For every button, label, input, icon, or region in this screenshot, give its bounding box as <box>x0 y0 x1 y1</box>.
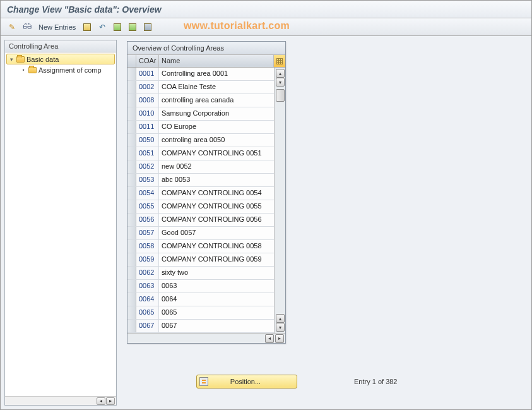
table-row[interactable]: 00650065 <box>127 306 274 320</box>
scroll-right-icon[interactable]: ▸ <box>275 334 284 343</box>
cell-name[interactable]: new 0052 <box>159 160 274 173</box>
row-selector[interactable] <box>127 68 136 80</box>
table-row[interactable]: 0011CO Europe <box>127 121 274 134</box>
cell-coar[interactable]: 0065 <box>136 306 159 319</box>
row-selector[interactable] <box>127 306 136 319</box>
cell-name[interactable]: CO Europe <box>159 121 274 133</box>
row-selector[interactable] <box>127 187 136 200</box>
table-row[interactable]: 0001Controlling area 0001 <box>127 68 274 81</box>
tree-node-basic-data[interactable]: ▾ Basic data <box>6 54 115 64</box>
scroll-right-icon[interactable]: ▸ <box>106 397 115 405</box>
select-all-icon[interactable] <box>111 21 124 33</box>
row-selector-header[interactable] <box>127 55 136 67</box>
cell-coar[interactable]: 0059 <box>136 253 159 266</box>
display-icon[interactable]: 👓︎ <box>21 21 33 33</box>
cell-name[interactable]: 0065 <box>159 306 274 319</box>
cell-name[interactable]: Samsung Corporation <box>159 107 274 120</box>
table-row[interactable]: 0050controling area 0050 <box>127 134 274 147</box>
cell-name[interactable]: COMPANY CONTROLING 0051 <box>159 147 274 160</box>
change-icon[interactable]: ✎ <box>6 21 18 33</box>
cell-coar[interactable]: 0010 <box>136 107 159 120</box>
cell-coar[interactable]: 0067 <box>136 320 159 332</box>
cell-coar[interactable]: 0001 <box>136 68 159 80</box>
table-row[interactable]: 0051COMPANY CONTROLING 0051 <box>127 147 274 160</box>
cell-name[interactable]: COMPANY CONTROLING 0056 <box>159 214 274 226</box>
table-row[interactable]: 0053abc 0053 <box>127 174 274 187</box>
cell-coar[interactable]: 0062 <box>136 267 159 279</box>
col-header-name[interactable]: Name <box>159 55 274 67</box>
cell-coar[interactable]: 0053 <box>136 174 159 186</box>
scroll-up-icon[interactable]: ▴ <box>276 69 285 78</box>
cell-coar[interactable]: 0050 <box>136 134 159 147</box>
tree-node-assignment[interactable]: • Assignment of comp <box>5 64 116 75</box>
cell-name[interactable]: COMPANY CONTROLING 0058 <box>159 240 274 253</box>
cell-name[interactable]: 0067 <box>159 320 274 332</box>
table-row[interactable]: 0010Samsung Corporation <box>127 107 274 121</box>
scroll-left-icon[interactable]: ◂ <box>265 334 274 343</box>
row-selector[interactable] <box>127 107 136 120</box>
scroll-up-icon[interactable]: ▴ <box>276 314 285 323</box>
copy-icon[interactable] <box>81 21 93 33</box>
row-selector[interactable] <box>127 160 136 173</box>
table-row[interactable]: 0058COMPANY CONTROLING 0058 <box>127 240 274 253</box>
scroll-thumb[interactable] <box>276 89 285 102</box>
cell-name[interactable]: COMPANY CONTROLING 0055 <box>159 200 274 213</box>
cell-name[interactable]: COMPANY CONTROLING 0059 <box>159 253 274 266</box>
scroll-left-icon[interactable]: ◂ <box>97 397 105 405</box>
row-selector[interactable] <box>127 293 136 306</box>
table-row[interactable]: 0002COA Elaine Teste <box>127 81 274 94</box>
row-selector[interactable] <box>127 267 136 279</box>
new-entries-button[interactable]: New Entries <box>36 23 78 31</box>
table-row[interactable]: 0008controlling area canada <box>127 94 274 107</box>
table-row[interactable]: 0054COMPANY CONTROLING 0054 <box>127 187 274 200</box>
row-selector[interactable] <box>127 174 136 186</box>
table-row[interactable]: 00670067 <box>127 320 274 333</box>
row-selector[interactable] <box>127 121 136 133</box>
cell-name[interactable]: Good 0057 <box>159 227 274 239</box>
cell-coar[interactable]: 0058 <box>136 240 159 253</box>
cell-coar[interactable]: 0052 <box>136 160 159 173</box>
row-selector[interactable] <box>127 280 136 292</box>
position-button[interactable]: Position... <box>196 375 297 389</box>
cell-coar[interactable]: 0051 <box>136 147 159 160</box>
cell-name[interactable]: controling area 0050 <box>159 134 274 147</box>
row-selector[interactable] <box>127 81 136 93</box>
cell-coar[interactable]: 0011 <box>136 121 159 133</box>
vertical-scrollbar[interactable]: ▴ ▾ ▴ ▾ <box>274 68 285 333</box>
cell-coar[interactable]: 0002 <box>136 81 159 93</box>
table-row[interactable]: 0059COMPANY CONTROLING 0059 <box>127 253 274 267</box>
col-header-coar[interactable]: COAr <box>136 55 159 67</box>
cell-name[interactable]: 0063 <box>159 280 274 292</box>
cell-coar[interactable]: 0056 <box>136 214 159 226</box>
cell-name[interactable]: 0064 <box>159 293 274 306</box>
cell-coar[interactable]: 0055 <box>136 200 159 213</box>
cell-name[interactable]: Controlling area 0001 <box>159 68 274 80</box>
cell-name[interactable]: sixty two <box>159 267 274 279</box>
deselect-icon[interactable] <box>141 21 154 33</box>
table-row[interactable]: 0057Good 0057 <box>127 227 274 240</box>
cell-coar[interactable]: 0064 <box>136 293 159 306</box>
cell-coar[interactable]: 0057 <box>136 227 159 239</box>
scroll-down-icon[interactable]: ▾ <box>276 78 285 87</box>
row-selector[interactable] <box>127 240 136 253</box>
row-selector[interactable] <box>127 134 136 147</box>
table-config-button[interactable] <box>274 55 285 67</box>
row-selector[interactable] <box>127 253 136 266</box>
row-selector[interactable] <box>127 214 136 226</box>
expand-icon[interactable]: ▾ <box>8 56 15 63</box>
table-row[interactable]: 0062sixty two <box>127 267 274 280</box>
row-selector[interactable] <box>127 94 136 107</box>
row-selector[interactable] <box>127 200 136 213</box>
table-row[interactable]: 0052new 0052 <box>127 160 274 174</box>
table-row[interactable]: 00640064 <box>127 293 274 306</box>
row-selector[interactable] <box>127 227 136 239</box>
cell-name[interactable]: COMPANY CONTROLING 0054 <box>159 187 274 200</box>
table-row[interactable]: 0055COMPANY CONTROLING 0055 <box>127 200 274 214</box>
table-row[interactable]: 0056COMPANY CONTROLING 0056 <box>127 214 274 227</box>
cell-coar[interactable]: 0008 <box>136 94 159 107</box>
cell-coar[interactable]: 0054 <box>136 187 159 200</box>
cell-name[interactable]: controlling area canada <box>159 94 274 107</box>
row-selector[interactable] <box>127 147 136 160</box>
scroll-down-icon[interactable]: ▾ <box>276 323 285 332</box>
horizontal-scrollbar[interactable]: ◂ ▸ <box>127 333 285 343</box>
